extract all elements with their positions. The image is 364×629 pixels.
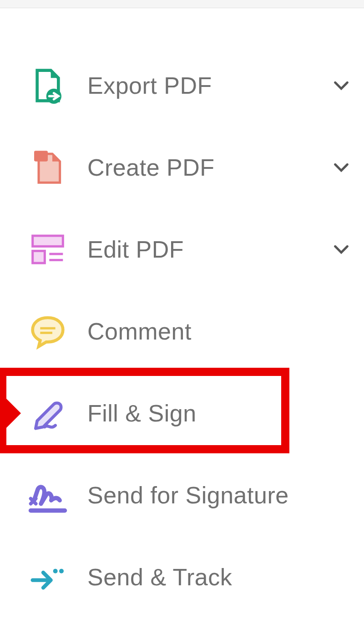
tool-label: Comment bbox=[87, 318, 350, 345]
tool-label: Fill & Sign bbox=[87, 400, 350, 427]
chevron-down-icon bbox=[332, 240, 350, 259]
send-signature-icon bbox=[27, 475, 68, 516]
top-bar bbox=[0, 0, 364, 8]
tool-fill-sign[interactable]: Fill & Sign bbox=[0, 372, 364, 454]
tool-label: Send for Signature bbox=[87, 482, 350, 509]
create-pdf-icon bbox=[27, 147, 68, 188]
tool-comment[interactable]: Comment bbox=[0, 290, 364, 372]
export-pdf-icon bbox=[27, 65, 68, 106]
arrow-right-icon bbox=[0, 391, 21, 436]
tool-label: Edit PDF bbox=[87, 236, 332, 263]
tool-send-track[interactable]: Send & Track bbox=[0, 536, 364, 618]
tools-panel: Export PDF Create PDF Edit bbox=[0, 8, 364, 618]
edit-pdf-icon bbox=[27, 229, 68, 270]
svg-rect-1 bbox=[34, 151, 48, 161]
fill-sign-icon bbox=[27, 393, 68, 434]
tool-send-signature[interactable]: Send for Signature bbox=[0, 454, 364, 536]
chevron-down-icon bbox=[332, 76, 350, 95]
svg-point-13 bbox=[59, 569, 64, 573]
chevron-down-icon bbox=[332, 158, 350, 177]
tool-label: Create PDF bbox=[87, 154, 332, 181]
comment-icon bbox=[27, 311, 68, 352]
tool-edit-pdf[interactable]: Edit PDF bbox=[0, 208, 364, 290]
svg-point-12 bbox=[53, 569, 58, 573]
tool-export-pdf[interactable]: Export PDF bbox=[0, 45, 364, 127]
tool-label: Export PDF bbox=[87, 72, 332, 99]
svg-rect-2 bbox=[33, 236, 63, 246]
tool-create-pdf[interactable]: Create PDF bbox=[0, 127, 364, 208]
tool-label: Send & Track bbox=[87, 563, 350, 591]
send-track-icon bbox=[27, 557, 68, 598]
svg-rect-3 bbox=[33, 251, 45, 263]
